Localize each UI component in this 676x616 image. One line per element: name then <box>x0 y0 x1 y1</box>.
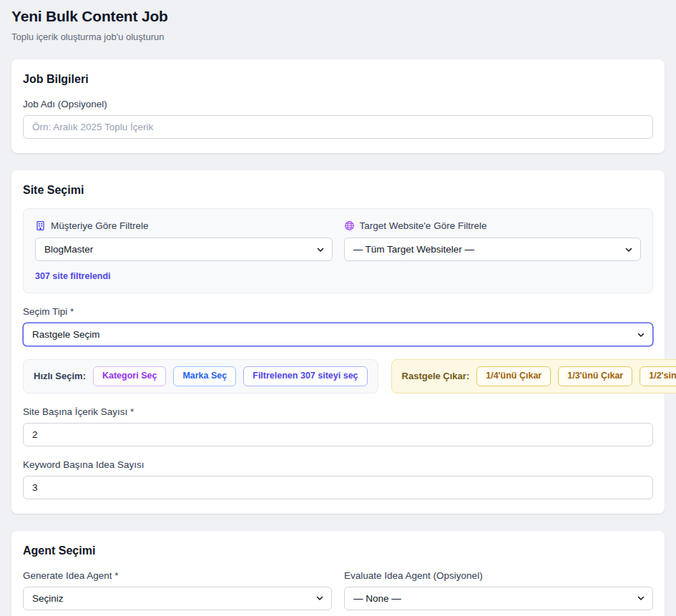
selection-type-label: Seçim Tipi * <box>23 306 653 317</box>
generate-idea-agent-select[interactable]: Seçiniz <box>23 587 332 610</box>
select-brand-button[interactable]: Marka Seç <box>173 366 236 386</box>
filtered-count-text: 307 site filtrelendi <box>35 271 333 281</box>
select-filtered-sites-button[interactable]: Filtrelenen 307 siteyi seç <box>243 366 367 386</box>
site-selection-card: Site Seçimi Müşteriye Göre Fil <box>11 170 665 514</box>
random-exclude-box: Rastgele Çıkar: 1/4'ünü Çıkar 1/3'ünü Çı… <box>391 359 676 393</box>
website-filter-select-wrap: — Tüm Target Websiteler — <box>344 238 642 261</box>
exclude-third-button[interactable]: 1/3'ünü Çıkar <box>558 366 632 386</box>
selection-type-select-wrap: Rastgele Seçim <box>23 323 653 346</box>
generate-idea-agent-select-wrap: Seçiniz <box>23 587 332 610</box>
website-filter-label-row: Target Website'e Göre Filtrele <box>344 220 642 231</box>
ideas-per-keyword-label: Keyword Başına Idea Sayısı <box>23 459 653 470</box>
building-icon <box>35 220 46 231</box>
exclude-quarter-button[interactable]: 1/4'ünü Çıkar <box>476 366 551 386</box>
filter-panel: Müşteriye Göre Filtrele BlogMaster <box>23 208 653 293</box>
page-subtitle: Toplu içerik oluşturma job'u oluşturun <box>11 31 665 42</box>
quick-select-label: Hızlı Seçim: <box>34 371 86 381</box>
customer-filter-select[interactable]: BlogMaster <box>35 238 333 261</box>
globe-icon <box>344 220 355 231</box>
evaluate-idea-agent-label: Evaluate Idea Agent (Opsiyonel) <box>344 570 653 581</box>
evaluate-idea-agent-group: Evaluate Idea Agent (Opsiyonel) — None — <box>344 570 653 610</box>
generate-idea-agent-label: Generate Idea Agent * <box>23 570 332 581</box>
agent-grid: Generate Idea Agent * Seçiniz Evaluate I… <box>23 570 653 616</box>
evaluate-idea-agent-select-wrap: — None — <box>344 587 653 610</box>
content-per-site-label: Site Başına İçerik Sayısı * <box>23 406 653 417</box>
customer-filter-label-row: Müşteriye Göre Filtrele <box>35 220 333 231</box>
random-exclude-label: Rastgele Çıkar: <box>402 371 470 381</box>
exclude-half-button[interactable]: 1/2'sini Çıkar <box>640 366 676 386</box>
agent-selection-title: Agent Seçimi <box>23 544 653 557</box>
quick-actions-row: Hızlı Seçim: Kategori Seç Marka Seç Filt… <box>23 359 653 393</box>
job-name-label: Job Adı (Opsiyonel) <box>23 99 653 109</box>
generate-idea-agent-group: Generate Idea Agent * Seçiniz <box>23 570 332 610</box>
selection-type-select[interactable]: Rastgele Seçim <box>23 323 653 346</box>
site-selection-title: Site Seçimi <box>23 184 653 197</box>
select-category-button[interactable]: Kategori Seç <box>93 366 166 386</box>
quick-select-box: Hızlı Seçim: Kategori Seç Marka Seç Filt… <box>23 359 378 393</box>
page-title: Yeni Bulk Content Job <box>11 8 665 25</box>
website-filter-label: Target Website'e Göre Filtrele <box>360 220 487 231</box>
ideas-per-keyword-input[interactable] <box>23 476 653 499</box>
content-per-site-input[interactable] <box>23 423 653 446</box>
agent-selection-card: Agent Seçimi Generate Idea Agent * Seçin… <box>11 531 665 616</box>
job-info-card: Job Bilgileri Job Adı (Opsiyonel) <box>11 59 665 153</box>
job-name-input[interactable] <box>23 115 653 139</box>
evaluate-idea-agent-select[interactable]: — None — <box>344 587 653 610</box>
customer-filter-select-wrap: BlogMaster <box>35 238 333 261</box>
website-filter-group: Target Website'e Göre Filtrele — Tüm Tar… <box>344 220 642 261</box>
page: Yeni Bulk Content Job Toplu içerik oluşt… <box>0 0 676 616</box>
customer-filter-group: Müşteriye Göre Filtrele BlogMaster <box>35 220 333 261</box>
website-filter-select[interactable]: — Tüm Target Websiteler — <box>344 238 642 261</box>
job-info-title: Job Bilgileri <box>23 73 653 86</box>
customer-filter-label: Müşteriye Göre Filtrele <box>51 220 149 231</box>
